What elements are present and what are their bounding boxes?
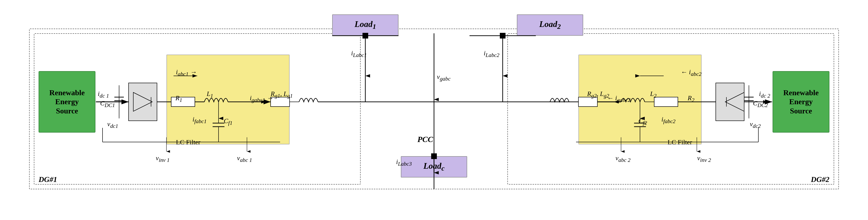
rg1-lg1-label: Rg1, Lg1: [271, 90, 293, 99]
loadc-label: Loadc: [423, 161, 444, 172]
rg2-lg2-label: Rg2, Lg2: [587, 90, 609, 99]
lc-filter-1-label: LC Filter: [176, 139, 200, 146]
renewable-source-right: RenewableEnergySource: [773, 71, 829, 133]
dg1-label: DG#1: [39, 175, 57, 184]
vabc1-label: vabc 1: [237, 154, 252, 163]
cdc1-label: CDC1: [100, 100, 115, 108]
load2-box: Load2: [517, 14, 583, 36]
load1-box: Load1: [332, 14, 399, 36]
l2-label: L2: [650, 90, 657, 99]
vinv2-label: vinv 2: [697, 154, 711, 163]
lc-filter-2-box: [579, 54, 702, 144]
load2-label: Load2: [539, 19, 561, 31]
cf2-label: Cf2: [638, 117, 647, 126]
cf1-label: Cf1: [224, 117, 232, 126]
igabc2-label: ← igabc2: [607, 94, 630, 103]
ilabc2-label: iLabc2: [484, 49, 499, 59]
r1-label: R1: [176, 94, 182, 103]
pcc-label: PCC: [417, 135, 433, 144]
lc-filter-2-label: LC Filter: [668, 139, 692, 146]
vgabc-label: vgabc: [437, 73, 451, 82]
idc1-label: idc 1: [98, 90, 109, 99]
idc2-label: idc 2: [759, 90, 770, 99]
vdc1-label: vdc1: [107, 120, 118, 129]
renewable-source-left: RenewableEnergySource: [39, 71, 95, 133]
dg2-label: DG#2: [811, 175, 829, 184]
ilabc3-label: iLabc3: [396, 158, 412, 167]
igabc1-label: igabc1 →: [250, 94, 274, 103]
iabc2-label: ← iabc2: [681, 68, 702, 77]
diagram-container: RenewableEnergySource RenewableEnergySou…: [20, 10, 848, 211]
vabc2-label: vabc 2: [615, 154, 630, 163]
vdc2-label: vdc2: [750, 120, 761, 129]
r2-label: R2: [688, 94, 694, 103]
load1-label: Load1: [355, 19, 376, 31]
iabc1-label: iabc1 →: [176, 68, 197, 77]
ilabc1-label: iLabc1: [351, 49, 367, 59]
ifabc2-label: ifabc2: [661, 116, 676, 124]
vinv1-label: vinv 1: [156, 154, 169, 163]
ifabc1-label: ifabc1: [192, 116, 207, 124]
l1-label: L1: [207, 90, 213, 99]
cdc2-label: CDC2: [753, 100, 768, 108]
